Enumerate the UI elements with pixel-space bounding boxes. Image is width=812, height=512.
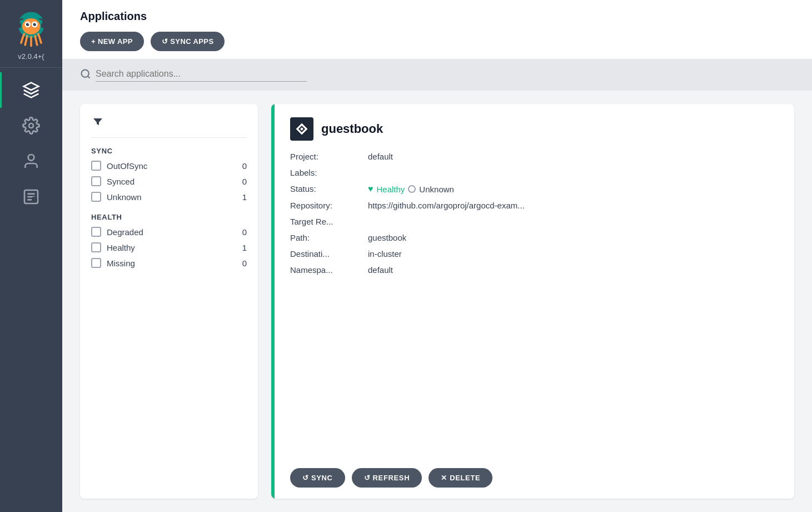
sidebar-item-applications[interactable]	[0, 72, 62, 108]
filter-checkbox-degraded[interactable]	[91, 227, 101, 237]
user-icon	[22, 152, 40, 170]
content-area: SYNC OutOfSync 0 Synced 0 Unknown 1	[62, 91, 812, 512]
namespace-value: default	[368, 265, 779, 275]
app-logo-icon	[290, 117, 313, 141]
main-content: Applications + NEW APP ↺ SYNC APPS	[62, 0, 812, 512]
filter-count-healthy: 1	[242, 243, 247, 252]
sync-apps-button[interactable]: ↺ SYNC APPS	[151, 32, 225, 51]
filter-checkbox-missing[interactable]	[91, 258, 101, 268]
filter-label-degraded: Degraded	[107, 227, 237, 237]
filter-header	[91, 115, 247, 138]
filter-count-synced: 0	[242, 177, 247, 186]
version-label: v2.0.4+(	[18, 52, 44, 61]
destination-value: in-cluster	[368, 249, 779, 259]
path-value: guestbook	[368, 233, 779, 242]
filter-icon	[91, 115, 104, 131]
sidebar-nav	[0, 68, 62, 512]
namespace-label: Namespa...	[290, 265, 368, 275]
project-label: Project:	[290, 152, 368, 161]
sidebar: v2.0.4+(	[0, 0, 62, 512]
refresh-button[interactable]: ↺ REFRESH	[352, 468, 422, 488]
filter-checkbox-synced[interactable]	[91, 176, 101, 186]
filter-checkbox-outofsync[interactable]	[91, 161, 101, 171]
sidebar-item-settings[interactable]	[0, 108, 62, 143]
filter-label-synced: Synced	[107, 177, 237, 186]
status-label: Status:	[290, 184, 368, 194]
filter-sync-section: SYNC OutOfSync 0 Synced 0 Unknown 1	[91, 147, 247, 202]
filter-label-healthy: Healthy	[107, 243, 237, 252]
sidebar-logo-section: v2.0.4+(	[0, 0, 62, 68]
healthy-label: Healthy	[377, 185, 405, 194]
delete-button[interactable]: ✕ DELETE	[429, 468, 492, 488]
app-card-guestbook: guestbook Project: default Labels: Statu…	[271, 104, 794, 499]
svg-point-4	[26, 23, 29, 26]
filter-health-section: HEALTH Degraded 0 Healthy 1 Missing 0	[91, 213, 247, 268]
search-icon	[80, 68, 91, 82]
filter-count-missing: 0	[242, 259, 247, 268]
svg-point-6	[28, 23, 29, 24]
repository-value: https://github.com/argoproj/argocd-exam.…	[368, 201, 779, 210]
new-app-button[interactable]: + NEW APP	[80, 32, 144, 51]
filter-item-missing[interactable]: Missing 0	[91, 258, 247, 268]
app-card-header: guestbook	[290, 117, 779, 141]
status-value: ♥ Healthy Unknown	[368, 184, 779, 194]
filter-count-degraded: 0	[242, 227, 247, 237]
unknown-label: Unknown	[419, 185, 454, 194]
svg-line-19	[88, 76, 90, 78]
svg-point-5	[33, 23, 36, 26]
filter-sync-title: SYNC	[91, 147, 247, 155]
header: Applications + NEW APP ↺ SYNC APPS	[62, 0, 812, 59]
app-card-accent	[271, 104, 275, 499]
search-area	[62, 59, 812, 91]
svg-point-18	[82, 70, 89, 77]
app-card-content: guestbook Project: default Labels: Statu…	[271, 104, 794, 459]
filter-count-outofsync: 0	[242, 161, 247, 171]
target-re-value	[368, 217, 779, 226]
filter-item-healthy[interactable]: Healthy 1	[91, 242, 247, 252]
heart-icon: ♥	[368, 184, 373, 194]
filter-count-unknown: 1	[242, 192, 247, 202]
filter-item-synced[interactable]: Synced 0	[91, 176, 247, 186]
svg-point-12	[28, 155, 34, 161]
app-name: guestbook	[321, 122, 383, 136]
labels-label: Labels:	[290, 168, 368, 177]
repository-label: Repository:	[290, 201, 368, 210]
filter-item-unknown[interactable]: Unknown 1	[91, 192, 247, 202]
filter-health-title: HEALTH	[91, 213, 247, 221]
logo-icon	[11, 9, 51, 49]
svg-marker-10	[24, 83, 39, 90]
unknown-circle-icon	[408, 185, 416, 193]
target-re-label: Target Re...	[290, 217, 368, 226]
labels-value	[368, 168, 779, 177]
svg-rect-9	[41, 23, 45, 28]
filter-item-degraded[interactable]: Degraded 0	[91, 227, 247, 237]
layers-icon	[22, 81, 40, 99]
svg-rect-17	[33, 197, 37, 201]
sidebar-item-docs[interactable]	[0, 179, 62, 215]
svg-point-11	[29, 123, 33, 128]
filter-label-outofsync: OutOfSync	[107, 161, 237, 171]
search-container	[80, 68, 358, 82]
search-input[interactable]	[96, 69, 307, 82]
filter-checkbox-unknown[interactable]	[91, 192, 101, 202]
app-card-footer: ↺ SYNC ↺ REFRESH ✕ DELETE	[271, 459, 794, 499]
settings-icon	[22, 117, 40, 135]
page-title: Applications	[80, 10, 794, 23]
sync-button[interactable]: ↺ SYNC	[290, 468, 345, 488]
sidebar-item-user[interactable]	[0, 143, 62, 179]
filter-item-outofsync[interactable]: OutOfSync 0	[91, 161, 247, 171]
destination-label: Destinati...	[290, 249, 368, 259]
path-label: Path:	[290, 233, 368, 242]
svg-rect-8	[17, 23, 21, 28]
filter-panel: SYNC OutOfSync 0 Synced 0 Unknown 1	[80, 104, 258, 499]
filter-label-unknown: Unknown	[107, 192, 237, 202]
app-info-grid: Project: default Labels: Status: ♥ Healt…	[290, 152, 779, 275]
svg-point-1	[22, 18, 40, 34]
project-value: default	[368, 152, 779, 161]
filter-checkbox-healthy[interactable]	[91, 242, 101, 252]
svg-point-7	[34, 23, 36, 24]
filter-label-missing: Missing	[107, 259, 237, 268]
docs-icon	[22, 188, 40, 206]
header-actions: + NEW APP ↺ SYNC APPS	[80, 32, 794, 51]
